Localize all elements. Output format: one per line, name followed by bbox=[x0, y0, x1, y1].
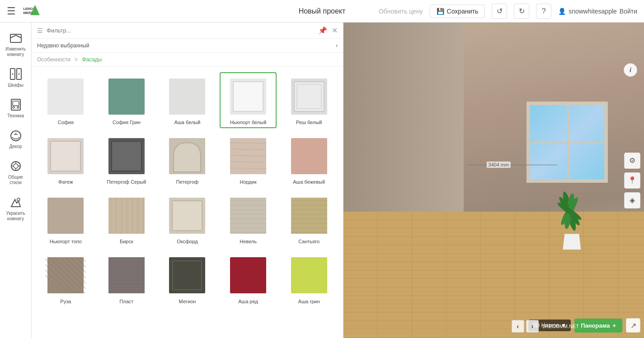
breadcrumb-parent[interactable]: Особенности bbox=[37, 56, 71, 63]
layers-button[interactable]: ◈ bbox=[624, 192, 640, 208]
facade-item-petergof-gray[interactable]: Петергоф Серый bbox=[98, 132, 155, 188]
info-button[interactable]: i bbox=[624, 63, 637, 77]
items-grid: СофияСофия ГринАша белыйНьюпорт белыйРеш… bbox=[37, 72, 338, 307]
svg-point-10 bbox=[13, 106, 14, 108]
panel-header-right: 📌 ✕ bbox=[318, 26, 338, 35]
facade-item-nordic[interactable]: Нордик bbox=[220, 132, 277, 188]
facade-thumb-petergof bbox=[165, 134, 210, 177]
facade-item-ruza[interactable]: Руза bbox=[37, 251, 94, 307]
username: snowwhitesapple bbox=[569, 8, 617, 15]
facade-label-fatezh: Фатеж bbox=[58, 179, 73, 185]
facade-item-asha-red[interactable]: Аша ред bbox=[220, 251, 277, 307]
left-sidebar: Изменить комнату Шкафы Техника bbox=[0, 23, 32, 338]
sidebar-item-general-styles[interactable]: Общие стили bbox=[1, 155, 30, 189]
right-controls: ⚙ 📍 ◈ bbox=[624, 153, 640, 208]
update-price-button[interactable]: Обновить цену bbox=[379, 8, 423, 15]
sidebar-item-label: Украсить комнату bbox=[4, 211, 28, 222]
help-button[interactable]: ? bbox=[536, 4, 551, 19]
measurement-line bbox=[467, 165, 557, 165]
panel-content: СофияСофия ГринАша белыйНьюпорт белыйРеш… bbox=[32, 67, 343, 338]
panorama-label: Панорама bbox=[581, 322, 610, 329]
facade-item-newport-white[interactable]: Ньюпорт белый bbox=[220, 72, 277, 128]
facade-thumb-newport-white bbox=[226, 75, 271, 118]
sidebar-item-cabinets[interactable]: Шкафы bbox=[1, 63, 30, 92]
facade-thumb-birsk bbox=[104, 194, 149, 237]
facade-thumb-nordic bbox=[226, 134, 271, 177]
facade-item-birsk[interactable]: Бирск bbox=[98, 191, 155, 247]
sidebar-item-label: Шкафы bbox=[8, 83, 24, 88]
panel-header-left: ☰ bbox=[37, 27, 137, 34]
facade-item-petergof[interactable]: Петергоф bbox=[159, 132, 216, 188]
facade-item-sofia[interactable]: София bbox=[37, 72, 94, 128]
pin-icon[interactable]: 📌 bbox=[318, 26, 327, 35]
facade-item-asha-white[interactable]: Аша белый bbox=[159, 72, 216, 128]
prev-arrow[interactable]: ‹ bbox=[512, 320, 524, 333]
header-right: Обновить цену 💾 Сохранить ↺ ↻ ? 👤 snowwh… bbox=[379, 4, 637, 19]
facade-thumb-fatezh bbox=[43, 134, 88, 177]
facade-item-resh-white[interactable]: Реш белый bbox=[280, 72, 338, 128]
next-arrow[interactable]: › bbox=[526, 320, 539, 333]
breadcrumb-separator: > bbox=[75, 56, 79, 63]
facade-panel: ☰ 📌 ✕ Недавно выбранный › Особенности > … bbox=[32, 23, 343, 338]
appliances-icon bbox=[9, 97, 23, 112]
share-button[interactable]: ↗ bbox=[626, 318, 640, 333]
facade-label-petergof-gray: Петергоф Серый bbox=[107, 179, 146, 185]
recently-selected-section[interactable]: Недавно выбранный › bbox=[32, 39, 343, 53]
facade-item-newport-topo[interactable]: Ньюпорт топо bbox=[37, 191, 94, 247]
svg-rect-19 bbox=[47, 79, 84, 115]
filter-input[interactable] bbox=[47, 27, 137, 34]
svg-point-18 bbox=[17, 198, 20, 201]
facade-thumb-nevel bbox=[226, 194, 271, 237]
user-area[interactable]: 👤 snowwhitesapple Войти bbox=[558, 8, 637, 15]
svg-point-7 bbox=[18, 74, 19, 75]
svg-rect-50 bbox=[230, 198, 266, 234]
project-title: Новый проект bbox=[299, 7, 346, 15]
sidebar-item-appliances[interactable]: Техника bbox=[1, 94, 30, 122]
sidebar-item-change-room[interactable]: Изменить комнату bbox=[1, 27, 30, 61]
menu-button[interactable]: ☰ bbox=[7, 5, 16, 17]
svg-rect-20 bbox=[108, 79, 145, 115]
facade-thumb-megion bbox=[165, 254, 210, 297]
panorama-button[interactable]: Панорама + bbox=[574, 319, 622, 333]
sidebar-item-label: Декор bbox=[9, 144, 22, 149]
svg-rect-68 bbox=[47, 257, 84, 293]
undo-button[interactable]: ↺ bbox=[492, 4, 507, 19]
facade-label-nordic: Нордик bbox=[240, 179, 256, 185]
facade-item-oxford[interactable]: Оксфорд bbox=[159, 191, 216, 247]
facade-label-sofia-green: София Грин bbox=[113, 120, 141, 125]
facade-item-plast[interactable]: Пласт bbox=[98, 251, 155, 307]
facade-item-asha-beige[interactable]: Аша бежевый bbox=[280, 132, 338, 188]
facade-thumb-newport-topo bbox=[43, 194, 88, 237]
facade-item-fatezh[interactable]: Фатеж bbox=[37, 132, 94, 188]
facade-label-oxford: Оксфорд bbox=[177, 239, 197, 245]
general-styles-icon bbox=[9, 159, 23, 173]
facade-item-santiago[interactable]: Сантьяго bbox=[280, 191, 338, 247]
recently-label: Недавно выбранный bbox=[37, 42, 89, 49]
facade-item-megion[interactable]: Мегион bbox=[159, 251, 216, 307]
facade-label-santiago: Сантьяго bbox=[298, 239, 320, 245]
save-icon: 💾 bbox=[437, 8, 444, 15]
sidebar-item-decorate-room[interactable]: Украсить комнату bbox=[1, 191, 30, 225]
svg-rect-49 bbox=[172, 201, 202, 231]
save-button[interactable]: 💾 Сохранить bbox=[430, 5, 485, 18]
logo: LEROY MERLIN bbox=[23, 3, 47, 19]
facade-item-sofia-green[interactable]: София Грин bbox=[98, 72, 155, 128]
facade-item-asha-green[interactable]: Аша грин bbox=[280, 251, 338, 307]
facade-label-asha-red: Аша ред bbox=[238, 299, 258, 305]
close-icon[interactable]: ✕ bbox=[332, 26, 338, 35]
location-button[interactable]: 📍 bbox=[624, 172, 640, 189]
sidebar-item-decor[interactable]: Декор bbox=[1, 125, 30, 153]
svg-rect-23 bbox=[233, 82, 263, 111]
facade-thumb-ruza bbox=[43, 254, 88, 297]
redo-button[interactable]: ↻ bbox=[514, 4, 529, 19]
filter-icon: ☰ bbox=[37, 27, 43, 34]
svg-point-11 bbox=[17, 106, 19, 108]
breadcrumb-current: Фасады bbox=[82, 56, 102, 63]
facade-item-nevel[interactable]: Невель bbox=[220, 191, 277, 247]
3d-viewport[interactable]: 3404 mm i ⚙ 📍 ◈ 3D Низкое ▼ Панорама + ↗ bbox=[343, 23, 644, 338]
facade-thumb-asha-white bbox=[165, 75, 210, 118]
facade-label-resh-white: Реш белый bbox=[296, 120, 322, 125]
settings-button[interactable]: ⚙ bbox=[624, 153, 640, 169]
facade-label-birsk: Бирск bbox=[120, 239, 133, 245]
svg-rect-30 bbox=[112, 141, 141, 171]
